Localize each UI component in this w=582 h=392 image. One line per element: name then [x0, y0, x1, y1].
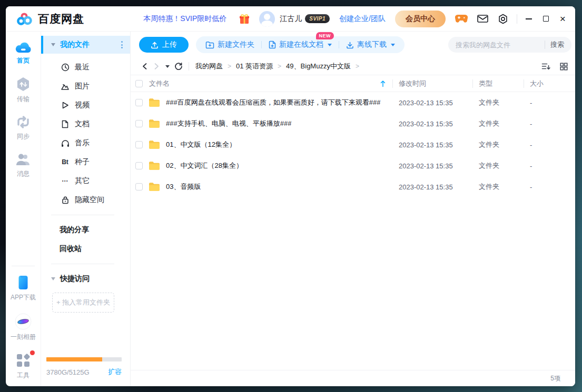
sidebar-item-my-share[interactable]: 我的分享 — [41, 220, 130, 239]
column-header-type[interactable]: 类型 — [472, 79, 524, 88]
cell-type: 文件夹 — [472, 140, 524, 149]
file-name[interactable]: ###支持手机、电脑、电视、平板播放### — [166, 119, 291, 128]
avatar[interactable] — [259, 11, 275, 27]
more-options-icon[interactable] — [121, 41, 123, 48]
toolbar-divider — [339, 41, 339, 48]
upload-button[interactable]: 上传 — [139, 37, 189, 53]
row-checkbox[interactable] — [135, 141, 143, 148]
caret-down-icon — [51, 43, 55, 46]
item-count: 5项 — [550, 374, 560, 383]
create-team-link[interactable]: 创建企业/团队 — [339, 14, 386, 24]
username[interactable]: 江古儿 — [280, 14, 302, 24]
cell-type: 文件夹 — [472, 119, 524, 128]
table-row[interactable]: ###百度网盘在线观看会压缩画质，如果要画质好，请下载下来观看### 2023-… — [131, 92, 575, 113]
file-name[interactable]: ###百度网盘在线观看会压缩画质，如果要画质好，请下载下来观看### — [166, 98, 380, 107]
row-checkbox[interactable] — [135, 183, 143, 190]
breadcrumb-item[interactable]: 01 英语资源 — [236, 62, 273, 71]
close-button[interactable]: × — [558, 15, 567, 23]
expand-storage-link[interactable]: 扩容 — [108, 367, 122, 377]
cell-modified: 2023-02-13 15:35 — [392, 99, 472, 107]
mail-icon[interactable] — [477, 14, 488, 23]
sidebar-item-recent[interactable]: 最近 — [41, 58, 130, 77]
history-dropdown-icon[interactable] — [165, 65, 170, 68]
cell-size: - — [524, 120, 575, 128]
sidebar: 我的文件 最近 图片 — [41, 32, 131, 386]
toolbar-group: 新建文件夹 NEW 新建在线文档 — [196, 36, 405, 53]
sidebar-item-recycle-bin[interactable]: 回收站 — [41, 239, 130, 258]
table-row[interactable]: 01、中文版（12集全） 2023-02-13 15:35 文件夹 - — [131, 134, 575, 155]
sidebar-item-others[interactable]: ··· 其它 — [41, 172, 130, 190]
forward-button[interactable] — [151, 61, 162, 72]
vip-badge[interactable]: SVIP1 — [305, 14, 330, 23]
caret-down-icon — [391, 44, 395, 46]
settings-icon[interactable] — [498, 14, 508, 24]
transfer-icon — [15, 76, 31, 92]
rail-item-tools[interactable]: 工具 — [15, 353, 31, 380]
toolbar: 上传 新建文件夹 NEW 新建在线文档 — [131, 32, 575, 58]
phone-icon — [17, 275, 29, 290]
rail-item-app-download[interactable]: APP下载 — [11, 275, 36, 302]
row-checkbox[interactable] — [135, 99, 143, 106]
breadcrumb-separator: > — [228, 63, 231, 70]
promo-link[interactable]: 本周特惠！SVIP限时低价 — [143, 14, 226, 24]
gift-icon[interactable] — [238, 13, 251, 25]
rail-item-messages[interactable]: 消息 — [15, 152, 32, 178]
column-header-modified[interactable]: 修改时间 — [392, 79, 472, 88]
table-row[interactable]: 02、中文词汇（28集全） 2023-02-13 15:35 文件夹 - — [131, 155, 575, 176]
minimize-button[interactable] — [525, 15, 533, 23]
folder-icon — [148, 160, 161, 171]
grid-view-toggle[interactable] — [560, 63, 568, 71]
sort-order-toggle[interactable] — [541, 62, 551, 71]
sidebar-item-music[interactable]: 音乐 — [41, 134, 130, 153]
row-checkbox[interactable] — [135, 162, 143, 169]
sidebar-item-videos[interactable]: 视频 — [41, 96, 130, 115]
offline-download-button[interactable]: 离线下载 — [346, 40, 395, 49]
storage-bar — [46, 357, 122, 361]
search-input[interactable] — [456, 41, 541, 49]
rail-item-transfer[interactable]: 传输 — [15, 76, 31, 104]
sort-ascending-icon[interactable] — [380, 80, 386, 87]
cell-modified: 2023-02-13 15:35 — [392, 162, 472, 170]
quick-access-dropzone[interactable]: + 拖入常用文件夹 — [52, 293, 114, 313]
app-title: 百度网盘 — [38, 12, 84, 26]
download-icon — [346, 41, 354, 49]
select-all-checkbox[interactable] — [135, 80, 143, 87]
sidebar-item-my-files[interactable]: 我的文件 — [41, 36, 130, 54]
column-header-size[interactable]: 大小 — [524, 79, 575, 88]
rail-item-photos[interactable]: 一刻相册 — [11, 313, 36, 341]
file-name[interactable]: 03、音频版 — [166, 182, 201, 192]
column-header-name[interactable]: 文件名 — [149, 79, 170, 88]
table-row[interactable]: ###支持手机、电脑、电视、平板播放### 2023-02-13 15:35 文… — [131, 113, 575, 134]
table-row[interactable]: 03、音频版 2023-02-13 15:35 文件夹 - — [131, 176, 575, 197]
folder-icon — [148, 139, 161, 150]
maximize-button[interactable] — [541, 15, 550, 23]
row-checkbox[interactable] — [135, 120, 143, 127]
titlebar-divider — [517, 14, 517, 24]
breadcrumb-item[interactable]: 我的网盘 — [195, 62, 223, 71]
game-center-icon[interactable] — [455, 14, 468, 24]
back-button[interactable] — [139, 61, 151, 72]
breadcrumb-divider — [189, 62, 189, 71]
folder-icon — [148, 182, 161, 192]
sidebar-item-hidden-space[interactable]: 隐藏空间 — [41, 190, 130, 209]
search-submit-button[interactable]: 搜索 — [550, 40, 564, 49]
refresh-button[interactable] — [173, 61, 184, 72]
sidebar-item-torrents[interactable]: Bt 种子 — [41, 153, 130, 172]
ellipsis-icon: ··· — [61, 177, 70, 185]
new-online-doc-button[interactable]: NEW 新建在线文档 — [269, 40, 332, 49]
member-center-button[interactable]: 会员中心 — [395, 11, 446, 27]
breadcrumb-item[interactable]: 49、BigMuzzy中文版 — [286, 62, 351, 71]
cell-size: - — [524, 141, 575, 149]
sidebar-item-documents[interactable]: 文档 — [41, 115, 130, 134]
rail-item-sync[interactable]: 同步 — [15, 115, 31, 141]
new-folder-button[interactable]: 新建文件夹 — [205, 40, 254, 49]
sidebar-item-quick-access[interactable]: 快捷访问 — [41, 269, 130, 288]
file-name[interactable]: 02、中文词汇（28集全） — [166, 161, 243, 170]
titlebar: 百度网盘 本周特惠！SVIP限时低价 江古儿 SVIP1 创建企业/团队 会员中… — [6, 6, 575, 32]
sidebar-item-pictures[interactable]: 图片 — [41, 77, 130, 96]
file-name[interactable]: 01、中文版（12集全） — [166, 140, 236, 149]
caret-down-icon — [51, 277, 55, 280]
netdisk-logo-icon — [16, 12, 33, 26]
caret-down-icon — [328, 44, 332, 46]
rail-item-home[interactable]: 首页 — [14, 40, 32, 65]
